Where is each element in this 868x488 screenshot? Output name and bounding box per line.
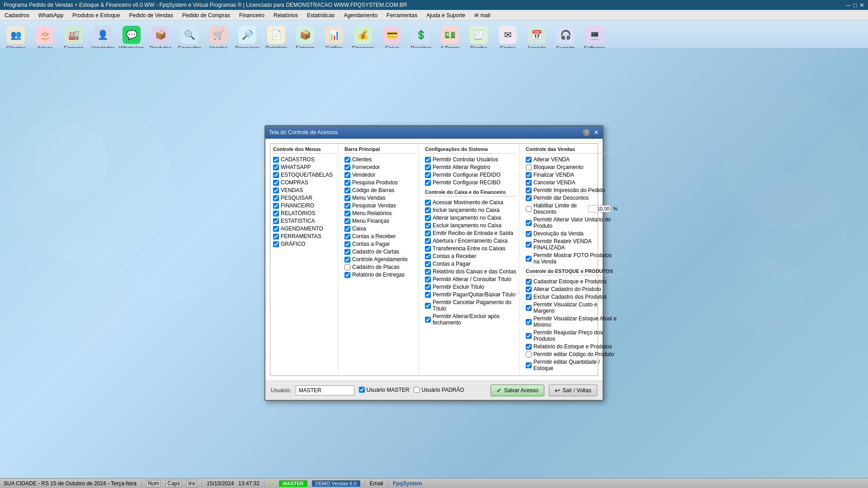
- list-item[interactable]: CADASTROS: [273, 156, 335, 163]
- list-item[interactable]: Permitir Alterar/Excluir após fechamento: [425, 313, 516, 326]
- list-item[interactable]: Permitir Impressão do Pedido: [526, 187, 618, 193]
- list-item[interactable]: Permitir Visualizar Custo e Margens: [526, 301, 618, 314]
- menu-item-whatsapp[interactable]: WhatsApp: [34, 10, 68, 20]
- list-item[interactable]: Emitir Recibo de Entrada e Saída: [425, 230, 516, 236]
- modal-help-button[interactable]: ?: [583, 129, 590, 136]
- list-item[interactable]: Permitir Controlar Usuários: [425, 156, 516, 163]
- list-item[interactable]: Habilitar Limite de Desconto%: [526, 202, 618, 215]
- list-item-checkbox[interactable]: [273, 157, 279, 163]
- list-item-checkbox[interactable]: [425, 223, 431, 229]
- padrao-checkbox[interactable]: [414, 387, 420, 393]
- list-item[interactable]: Permitir Alterar Valor Unitario do Produ…: [526, 216, 618, 229]
- list-item[interactable]: Relatório do Estoque e Produtos: [526, 343, 618, 350]
- list-item-checkbox[interactable]: [425, 157, 431, 163]
- list-item-checkbox[interactable]: [425, 303, 431, 309]
- list-item-checkbox[interactable]: [425, 200, 431, 206]
- list-item[interactable]: Permitir dar Descontos: [526, 195, 618, 201]
- list-item-checkbox[interactable]: [344, 234, 350, 239]
- list-item[interactable]: Devolução da Venda: [526, 230, 618, 237]
- list-item[interactable]: Relatório dos Caixas e das Contas: [425, 268, 516, 275]
- list-item[interactable]: Contas a Pagar: [425, 261, 516, 267]
- list-item[interactable]: Transferencia Entre os Caixas: [425, 245, 516, 252]
- list-item-checkbox[interactable]: [526, 344, 532, 350]
- list-item[interactable]: Alterar Cadastro do Produto: [526, 286, 618, 292]
- list-item[interactable]: Permitir Reabrir VENDA FINALIZADA: [526, 238, 618, 251]
- list-item-checkbox[interactable]: [273, 234, 279, 239]
- list-item[interactable]: Contas a Receber: [425, 253, 516, 259]
- list-item[interactable]: Excluir Cadastro dos Produtos: [526, 294, 618, 300]
- list-item-checkbox[interactable]: [526, 180, 532, 186]
- list-item[interactable]: Vendedor: [344, 172, 415, 178]
- list-item-checkbox[interactable]: [526, 220, 532, 226]
- list-item[interactable]: Código de Barras: [344, 187, 415, 193]
- list-item[interactable]: Permitir Cancelar Pagamento do Título: [425, 299, 516, 312]
- menu-item-agendamento[interactable]: Agendamento: [339, 10, 382, 20]
- list-item-checkbox[interactable]: [425, 215, 431, 221]
- menu-item-produtoseestoque[interactable]: Produtos e Estoque: [68, 10, 124, 20]
- list-item[interactable]: Alterar VENDA: [526, 156, 618, 163]
- list-item[interactable]: Menu Finanças: [344, 218, 415, 224]
- list-item[interactable]: Permitir editar Quantidade / Estoque: [526, 359, 618, 371]
- list-item[interactable]: Fornecedor: [344, 164, 415, 170]
- list-item-checkbox[interactable]: [526, 305, 532, 311]
- list-item-checkbox[interactable]: [425, 253, 431, 259]
- list-item-checkbox[interactable]: [526, 206, 532, 212]
- list-item-checkbox[interactable]: [344, 157, 350, 163]
- menu-item-pedidodecompras[interactable]: Pedido de Compras: [178, 10, 235, 20]
- list-item[interactable]: Pesquisa Produtos: [344, 179, 415, 186]
- exit-button[interactable]: ↩ Sair / Voltas: [549, 385, 597, 396]
- list-item[interactable]: Finalizar VENDA: [526, 172, 618, 178]
- list-item[interactable]: Permitir Configurar RECIBO: [425, 179, 516, 186]
- list-item[interactable]: Menu Vendas: [344, 195, 415, 201]
- list-item-checkbox[interactable]: [425, 269, 431, 275]
- list-item-checkbox[interactable]: [526, 362, 532, 368]
- user-input[interactable]: [296, 385, 354, 395]
- list-item[interactable]: Cancelar VENDA: [526, 179, 618, 186]
- list-item-checkbox[interactable]: [344, 257, 350, 263]
- list-item[interactable]: Permitir Configurar PEDIDO: [425, 172, 516, 178]
- list-item[interactable]: FINANCEIRO: [273, 202, 335, 209]
- minimize-button[interactable]: ─: [846, 2, 850, 9]
- list-item[interactable]: Menu Relatórios: [344, 210, 415, 216]
- list-item-checkbox[interactable]: [526, 319, 532, 325]
- list-item[interactable]: Clientes: [344, 156, 415, 163]
- list-item-checkbox[interactable]: [425, 207, 431, 213]
- list-item-checkbox[interactable]: [344, 249, 350, 255]
- list-item-checkbox[interactable]: [425, 164, 431, 170]
- list-item[interactable]: PESQUISAR: [273, 195, 335, 201]
- list-item-checkbox[interactable]: [273, 241, 279, 247]
- list-item-checkbox[interactable]: [425, 284, 431, 290]
- list-item[interactable]: Contas a Receber: [344, 233, 415, 239]
- list-item-checkbox[interactable]: [526, 242, 532, 248]
- menu-item-ajudaesuporte[interactable]: Ajuda e Suporte: [422, 10, 470, 20]
- menu-item-cadastros[interactable]: Cadastros: [0, 10, 34, 20]
- list-item[interactable]: RELATÓRIOS: [273, 210, 335, 216]
- close-button[interactable]: ✕: [859, 2, 864, 9]
- list-item[interactable]: Incluir lançamento no Caixa: [425, 207, 516, 213]
- list-item-checkbox[interactable]: [344, 164, 350, 170]
- list-item-checkbox[interactable]: [526, 333, 532, 339]
- list-item[interactable]: Permitir Alterar Registro: [425, 164, 516, 170]
- list-item-checkbox[interactable]: [344, 180, 350, 186]
- list-item-checkbox[interactable]: [425, 317, 431, 323]
- discount-limit-input[interactable]: [588, 205, 611, 212]
- list-item-checkbox[interactable]: [425, 292, 431, 298]
- list-item-checkbox[interactable]: [425, 230, 431, 236]
- list-item[interactable]: Contas a Pagar: [344, 241, 415, 247]
- list-item[interactable]: Permitir Pagar/Quitar/Baixar Título: [425, 291, 516, 298]
- list-item-checkbox[interactable]: [273, 180, 279, 186]
- list-item[interactable]: ESTATISTICA: [273, 218, 335, 224]
- list-item-checkbox[interactable]: [344, 203, 350, 209]
- list-item-checkbox[interactable]: [273, 218, 279, 224]
- list-item[interactable]: Cadastro de Cartas: [344, 249, 415, 255]
- list-item[interactable]: ESTOQUE/TABELAS: [273, 172, 335, 178]
- menu-item-pedidodevendas[interactable]: Pedido de Vendas: [124, 10, 177, 20]
- list-item[interactable]: Relatório de Entregas: [344, 272, 415, 278]
- menu-item-relatórios[interactable]: Relatórios: [269, 10, 302, 20]
- list-item-checkbox[interactable]: [344, 218, 350, 224]
- list-item-checkbox[interactable]: [425, 238, 431, 244]
- list-item-checkbox[interactable]: [273, 164, 279, 170]
- list-item-checkbox[interactable]: [344, 195, 350, 201]
- list-item-checkbox[interactable]: [344, 211, 350, 216]
- list-item-checkbox[interactable]: [344, 226, 350, 232]
